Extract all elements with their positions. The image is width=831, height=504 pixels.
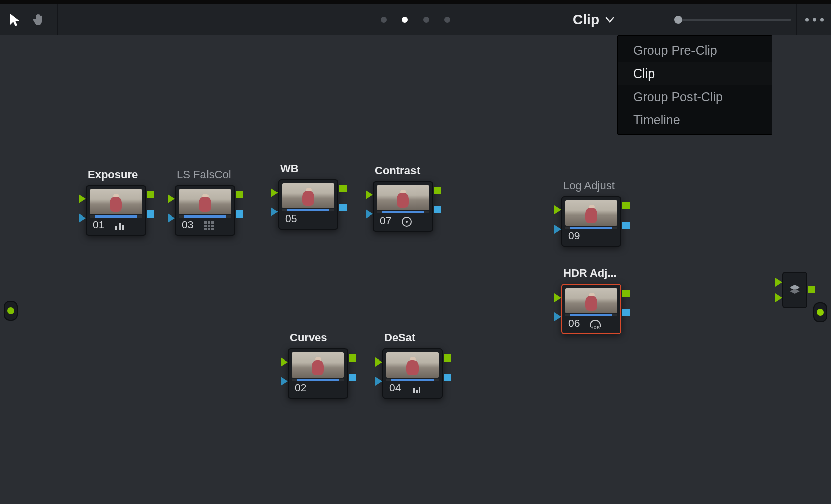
dropdown-item[interactable]: Group Post-Clip [618,85,772,108]
primaries-icon [114,221,126,231]
node-body[interactable]: 03 [175,185,235,236]
graph-output[interactable] [813,302,827,322]
color-node[interactable]: HDR Adj... 06 HDR [561,284,621,334]
node-thumbnail [565,200,617,226]
alpha-input-port[interactable] [281,377,288,386]
pointer-tool[interactable] [6,11,23,28]
toolbar: Clip [0,0,831,35]
node-number: 06 [568,317,580,329]
node-number: 02 [295,382,306,394]
dropdown-item[interactable]: Group Pre-Clip [618,39,772,62]
rgb-input-port[interactable] [775,278,782,287]
layer-mixer-node[interactable] [782,272,807,308]
alpha-input-port[interactable] [366,209,373,219]
page-dot[interactable] [381,17,387,23]
rgb-output-port[interactable] [434,187,441,194]
color-node[interactable]: Log Adjust 09 [561,196,621,247]
page-dot[interactable] [423,17,429,23]
alpha-output-port[interactable] [434,206,441,213]
node-body[interactable]: 05 [278,179,338,230]
pan-tool[interactable] [30,11,47,28]
node-thumbnail [282,183,334,208]
rgb-output-port[interactable] [349,354,356,362]
page-dots[interactable] [381,17,450,23]
alpha-input-port[interactable] [79,213,86,223]
rgb-dot-icon [817,309,824,316]
rgb-output-port[interactable] [339,185,347,192]
alpha-output-port[interactable] [349,374,356,381]
node-editor: Clip Group Pre-Clip Clip Group Post-Clip… [0,0,831,504]
dropdown-item[interactable]: Clip [618,62,772,85]
page-dot[interactable] [402,17,408,23]
alpha-output-port[interactable] [147,210,154,218]
node-label: HDR Adj... [563,267,617,280]
hand-icon [32,13,46,27]
graph-input[interactable] [4,301,18,321]
rgb-input-port[interactable] [366,190,373,199]
node-thumbnail [377,185,429,210]
node-body[interactable]: 04 [382,348,443,399]
rgb-output-port[interactable] [444,354,451,362]
rgb-output-port[interactable] [147,191,154,198]
zoom-slider[interactable] [677,19,791,21]
more-menu[interactable] [805,18,824,22]
node-label: Log Adjust [563,179,615,192]
alpha-output-port[interactable] [236,210,243,218]
dropdown-item[interactable]: Timeline [618,108,772,131]
node-body[interactable]: 07 [373,181,433,232]
rgb-output-port[interactable] [236,191,243,198]
alpha-output-port[interactable] [622,309,630,316]
color-node[interactable]: LS FalsCol 03 [175,185,235,236]
alpha-output-port[interactable] [622,222,630,229]
color-node[interactable]: WB 05 [278,179,338,230]
rgb-input-port[interactable] [271,188,278,197]
rgb-input-port[interactable] [554,205,561,214]
scope-label: Clip [573,12,599,28]
alpha-input-port[interactable] [554,312,561,321]
rgb-input-port[interactable] [79,194,86,203]
alpha-input-port[interactable] [375,377,382,386]
node-label: Exposure [88,168,138,181]
slider-knob[interactable] [674,16,682,24]
rgb-input-port[interactable] [775,293,782,302]
node-body[interactable]: 09 [561,196,621,247]
alpha-input-port[interactable] [168,213,175,223]
node-body[interactable]: 06 HDR [561,284,621,334]
node-label: Contrast [375,164,420,177]
rgb-output-port[interactable] [622,202,630,209]
scope-selector[interactable]: Clip [573,4,614,35]
node-number: 07 [380,214,391,227]
rgb-input-port[interactable] [554,293,561,302]
alpha-input-port[interactable] [554,225,561,234]
node-body[interactable]: 01 [86,185,146,236]
wheel-icon [401,217,413,227]
node-thumbnail [292,352,344,378]
scope-dropdown[interactable]: Group Pre-Clip Clip Group Post-Clip Time… [617,35,772,135]
rgb-input-port[interactable] [168,194,175,203]
node-label: Curves [290,331,327,344]
node-body[interactable]: 02 [288,348,348,399]
node-label: LS FalsCol [177,168,231,181]
color-node[interactable]: Curves 02 [288,348,348,399]
node-thumbnail [179,189,231,214]
alpha-output-port[interactable] [339,204,347,211]
node-number: 03 [182,219,193,231]
page-dot[interactable] [444,17,450,23]
node-number: 04 [389,382,401,394]
lut-grid-icon [203,221,215,231]
rgb-input-port[interactable] [375,357,382,367]
color-node[interactable]: DeSat 04 [382,348,443,399]
node-number: 01 [93,219,104,231]
rgb-dot-icon [7,307,14,314]
rgb-output-port[interactable] [622,290,630,297]
chevron-down-icon [605,16,614,23]
node-number: 05 [285,212,297,225]
color-node[interactable]: Contrast 07 [373,181,433,232]
node-number: 09 [568,230,580,242]
alpha-input-port[interactable] [271,207,278,217]
color-node[interactable]: Exposure 01 [86,185,146,236]
rgb-input-port[interactable] [281,357,288,367]
primaries-icon [410,384,423,394]
alpha-output-port[interactable] [444,374,451,381]
rgb-output-port[interactable] [808,286,815,293]
